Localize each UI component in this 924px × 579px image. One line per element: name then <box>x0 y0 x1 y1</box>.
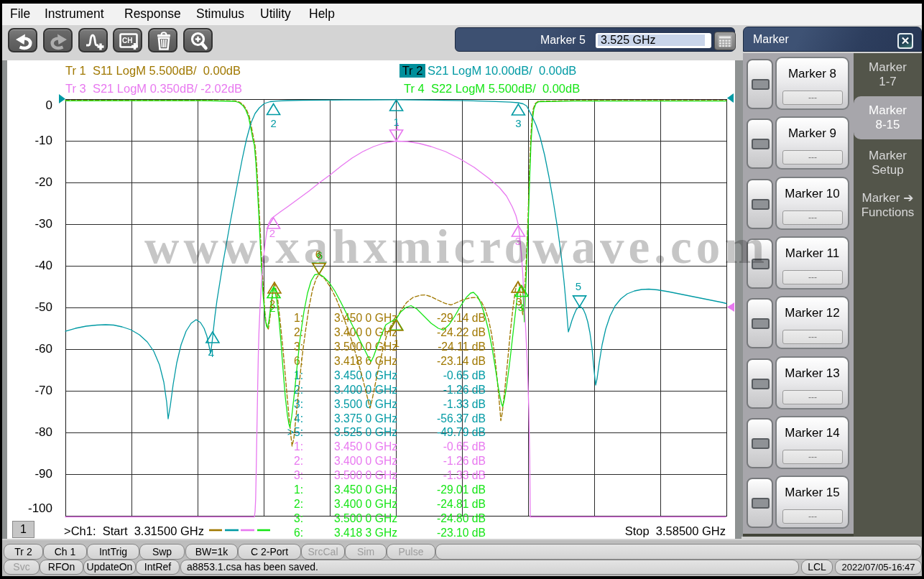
svg-text:5: 5 <box>576 280 581 292</box>
svg-text:1: 1 <box>394 337 399 349</box>
svg-text:3: 3 <box>515 117 521 129</box>
svg-text:CH: CH <box>122 37 132 45</box>
svg-text:3: 3 <box>516 295 522 307</box>
svg-text:1: 1 <box>393 116 399 128</box>
svg-text:2: 2 <box>269 297 275 310</box>
svg-text:2: 2 <box>270 117 276 129</box>
svg-text:4: 4 <box>208 347 214 359</box>
